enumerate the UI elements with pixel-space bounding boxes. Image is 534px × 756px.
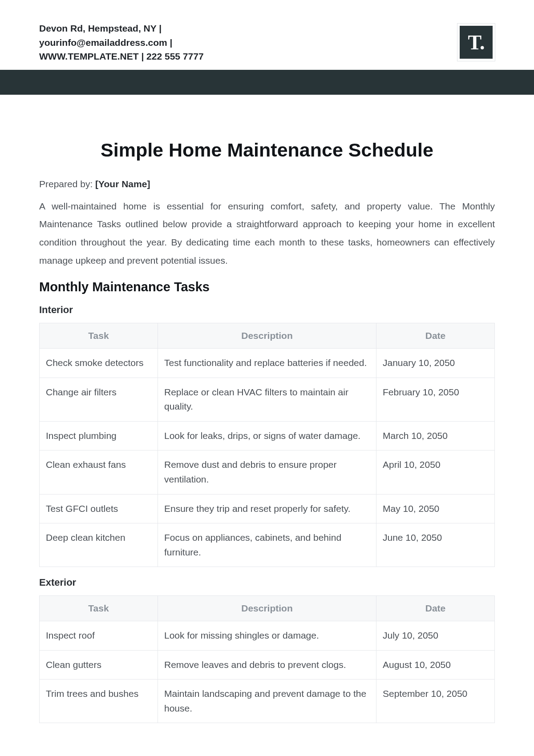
col-header-date: Date [376, 596, 495, 621]
table-row: Test GFCI outlets Ensure they trip and r… [40, 494, 495, 523]
brand-logo: T. [457, 24, 495, 61]
cell-date: May 10, 2050 [376, 494, 495, 523]
cell-task: Test GFCI outlets [40, 494, 158, 523]
cell-task: Deep clean kitchen [40, 523, 158, 567]
table-row: Check smoke detectors Test functionality… [40, 349, 495, 378]
cell-task: Clean exhaust fans [40, 450, 158, 494]
document-page: Devon Rd, Hempstead, NY | yourinfo@email… [0, 0, 534, 756]
cell-date: September 10, 2050 [376, 680, 495, 723]
contact-block: Devon Rd, Hempstead, NY | yourinfo@email… [39, 21, 204, 64]
cell-task: Inspect plumbing [40, 421, 158, 450]
table-row: Clean exhaust fans Remove dust and debri… [40, 450, 495, 494]
cell-description: Test functionality and replace batteries… [158, 349, 376, 378]
subsection-heading-exterior: Exterior [39, 577, 495, 588]
cell-task: Inspect roof [40, 621, 158, 651]
contact-line-1: Devon Rd, Hempstead, NY | [39, 21, 204, 36]
cell-description: Remove leaves and debris to prevent clog… [158, 650, 376, 680]
section-heading-monthly: Monthly Maintenance Tasks [39, 280, 495, 294]
header-banner [0, 70, 534, 95]
table-row: Deep clean kitchen Focus on appliances, … [40, 523, 495, 567]
table-row: Clean gutters Remove leaves and debris t… [40, 650, 495, 680]
cell-task: Trim trees and bushes [40, 680, 158, 723]
col-header-task: Task [40, 596, 158, 621]
prepared-by-label: Prepared by: [39, 179, 95, 189]
cell-description: Maintain landscaping and prevent damage … [158, 680, 376, 723]
header-row: Devon Rd, Hempstead, NY | yourinfo@email… [0, 0, 534, 70]
cell-description: Look for missing shingles or damage. [158, 621, 376, 651]
table-row: Inspect roof Look for missing shingles o… [40, 621, 495, 651]
contact-line-2: yourinfo@emailaddress.com | [39, 36, 204, 50]
cell-description: Replace or clean HVAC filters to maintai… [158, 378, 376, 421]
cell-description: Remove dust and debris to ensure proper … [158, 450, 376, 494]
cell-date: August 10, 2050 [376, 650, 495, 680]
cell-description: Look for leaks, drips, or signs of water… [158, 421, 376, 450]
table-header-row: Task Description Date [40, 596, 495, 621]
table-header-row: Task Description Date [40, 323, 495, 349]
cell-task: Check smoke detectors [40, 349, 158, 378]
table-row: Change air filters Replace or clean HVAC… [40, 378, 495, 421]
prepared-by-value: [Your Name] [95, 179, 150, 189]
col-header-description: Description [158, 596, 376, 621]
intro-paragraph: A well-maintained home is essential for … [39, 197, 495, 270]
subsection-heading-interior: Interior [39, 304, 495, 316]
col-header-date: Date [376, 323, 495, 349]
content-area: Simple Home Maintenance Schedule Prepare… [0, 95, 534, 724]
col-header-task: Task [40, 323, 158, 349]
cell-date: February 10, 2050 [376, 378, 495, 421]
cell-date: July 10, 2050 [376, 621, 495, 651]
exterior-tasks-table: Task Description Date Inspect roof Look … [39, 595, 495, 723]
cell-task: Clean gutters [40, 650, 158, 680]
cell-date: January 10, 2050 [376, 349, 495, 378]
cell-date: June 10, 2050 [376, 523, 495, 567]
cell-description: Ensure they trip and reset properly for … [158, 494, 376, 523]
cell-description: Focus on appliances, cabinets, and behin… [158, 523, 376, 567]
col-header-description: Description [158, 323, 376, 349]
interior-tasks-table: Task Description Date Check smoke detect… [39, 323, 495, 567]
brand-logo-text: T. [468, 31, 485, 54]
contact-line-3: WWW.TEMPLATE.NET | 222 555 7777 [39, 49, 204, 64]
cell-date: April 10, 2050 [376, 450, 495, 494]
table-row: Trim trees and bushes Maintain landscapi… [40, 680, 495, 723]
cell-date: March 10, 2050 [376, 421, 495, 450]
table-row: Inspect plumbing Look for leaks, drips, … [40, 421, 495, 450]
page-title: Simple Home Maintenance Schedule [39, 139, 495, 161]
prepared-by-line: Prepared by: [Your Name] [39, 179, 495, 189]
cell-task: Change air filters [40, 378, 158, 421]
